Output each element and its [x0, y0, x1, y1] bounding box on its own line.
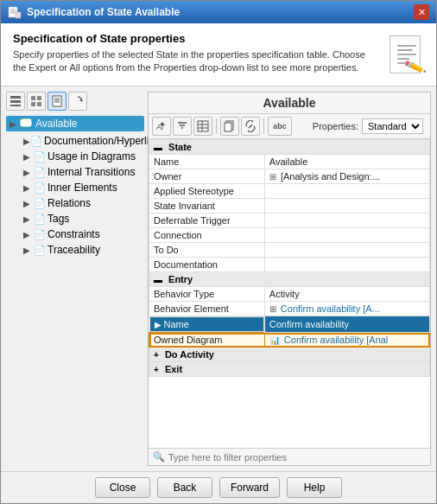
tree-item-available[interactable]: ▶ Available	[6, 116, 144, 131]
title-bar-left: Specification of State Available	[8, 5, 180, 19]
section-toggle[interactable]: +	[154, 350, 159, 360]
prop-value-cell[interactable]	[264, 184, 429, 199]
expand-icon: ▶	[23, 168, 34, 177]
prop-row-behavior-element[interactable]: Behavior Element ⊞ Confirm availability …	[149, 302, 430, 316]
tree-item-internal-transitions[interactable]: ▶ 📄 Internal Transitions	[20, 164, 144, 180]
section-toggle[interactable]: ▬	[154, 143, 162, 152]
rtb-view-btn[interactable]	[193, 117, 212, 136]
section-exit[interactable]: + Exit	[149, 362, 430, 377]
prop-value-cell[interactable]	[264, 243, 429, 258]
folder-icon: 📄	[34, 229, 46, 240]
section-toggle[interactable]: +	[154, 365, 159, 374]
help-button[interactable]: Help	[287, 477, 342, 498]
svg-rect-8	[31, 96, 35, 100]
toolbar-refresh-btn[interactable]	[68, 92, 87, 111]
expand-icon: ▶	[23, 152, 34, 162]
section-exit-label: Exit	[165, 364, 182, 374]
section-entry[interactable]: ▬ Entry	[149, 272, 430, 287]
state-node-icon	[20, 118, 32, 129]
prop-row-name[interactable]: Name Available	[149, 155, 430, 169]
properties-select[interactable]: Standard Expert All	[362, 118, 423, 134]
window-icon	[8, 5, 22, 19]
toolbar-page-btn[interactable]	[48, 92, 66, 111]
folder-icon: 📄	[34, 182, 46, 194]
svg-rect-10	[31, 102, 35, 106]
behavior-icon: ⊞	[269, 304, 276, 314]
prop-value-cell[interactable]	[264, 228, 429, 243]
rtb-link-btn[interactable]	[241, 117, 260, 136]
prop-name-cell: To Do	[149, 243, 265, 258]
tree-item-documentation[interactable]: ▶ 📄 Documentation/Hyperlinks	[20, 133, 144, 149]
prop-value-cell[interactable]: Activity	[264, 287, 429, 302]
prop-row-todo[interactable]: To Do	[149, 243, 430, 258]
toolbar-list-btn[interactable]	[6, 92, 25, 111]
prop-name-cell: Connection	[149, 228, 265, 243]
tree-item-usage[interactable]: ▶ 📄 Usage in Diagrams	[20, 149, 144, 164]
prop-value-cell[interactable]: Available	[264, 155, 429, 169]
forward-button[interactable]: Forward	[219, 477, 280, 498]
section-state[interactable]: ▬ State	[149, 140, 430, 155]
prop-row-documentation[interactable]: Documentation	[149, 258, 430, 272]
rtb-sort-alpha-btn[interactable]: A	[152, 117, 171, 136]
rtb-copy-btn[interactable]	[220, 117, 239, 136]
search-input[interactable]	[168, 452, 426, 463]
content-area: ▶ Available ▶ 📄 Documentation/Hyperlinks…	[1, 86, 436, 471]
folder-icon: 📄	[34, 151, 46, 163]
footer: Close Back Forward Help	[1, 471, 436, 503]
diagram-icon: 📊	[269, 335, 280, 345]
folder-icon: 📄	[34, 167, 46, 178]
doc-line	[397, 54, 416, 55]
prop-value-cell[interactable]	[264, 258, 429, 272]
owner-icon: ⊞	[269, 172, 276, 182]
tree-item-traceability[interactable]: ▶ 📄 Traceability	[20, 242, 144, 258]
prop-row-entry-name[interactable]: ▶ Name Confirm availability	[149, 316, 430, 333]
prop-name-cell: ▶ Name	[149, 316, 264, 332]
prop-value-cell[interactable]: ⊞ Confirm availability [A...	[264, 302, 429, 316]
svg-rect-29	[225, 123, 231, 131]
prop-row-deferrable[interactable]: Deferrable Trigger	[149, 214, 430, 228]
properties-label: Properties:	[313, 121, 358, 131]
tree-children: ▶ 📄 Documentation/Hyperlinks ▶ 📄 Usage i…	[6, 133, 144, 258]
header-text: Specification of State properties Specif…	[13, 32, 377, 75]
tree-item-inner-elements[interactable]: ▶ 📄 Inner Elements	[20, 180, 144, 195]
rtb-filter-btn[interactable]	[173, 117, 192, 136]
prop-row-owner[interactable]: Owner ⊞ [Analysis and Design:...	[149, 169, 430, 184]
svg-rect-6	[10, 100, 21, 103]
expand-icon: ▶	[23, 199, 34, 208]
expand-icon: ▶	[10, 119, 20, 129]
properties-table-container: ▬ State Name Available Owner ⊞	[149, 139, 430, 448]
close-window-button[interactable]: ✕	[414, 4, 429, 20]
prop-value-cell[interactable]	[264, 214, 429, 228]
folder-icon: 📄	[34, 214, 46, 225]
prop-row-behavior-type[interactable]: Behavior Type Activity	[149, 287, 430, 302]
section-state-label: State	[168, 142, 192, 152]
properties-row: Properties: Standard Expert All	[309, 117, 427, 136]
svg-rect-24	[198, 121, 208, 131]
search-icon: 🔍	[153, 451, 165, 463]
prop-row-stereotype[interactable]: Applied Stereotype	[149, 184, 430, 199]
toolbar-tree-btn[interactable]	[27, 92, 46, 111]
prop-value-cell[interactable]: 📊 Confirm availability [Anal	[264, 333, 429, 348]
tree-item-relations[interactable]: ▶ 📄 Relations	[20, 195, 144, 211]
right-toolbar: A	[149, 114, 430, 139]
rtb-text-btn[interactable]: abc	[268, 117, 292, 136]
section-do-activity[interactable]: + Do Activity	[149, 348, 430, 362]
svg-rect-7	[10, 105, 21, 106]
tree-item-label: Relations	[48, 197, 91, 209]
tree-item-constraints[interactable]: ▶ 📄 Constraints	[20, 226, 144, 242]
section-toggle[interactable]: ▬	[154, 275, 162, 284]
close-button[interactable]: Close	[95, 477, 150, 498]
prop-name-cell: Owned Diagram	[149, 333, 265, 348]
expand-icon: ▶	[23, 246, 34, 255]
main-window: Specification of State Available ✕ Speci…	[0, 0, 437, 504]
prop-row-owned-diagram[interactable]: Owned Diagram 📊 Confirm availability [An…	[149, 333, 430, 348]
prop-name-cell: Deferrable Trigger	[149, 214, 265, 228]
right-panel-title: Available	[155, 96, 423, 110]
tree-item-tags[interactable]: ▶ 📄 Tags	[20, 211, 144, 226]
prop-row-connection[interactable]: Connection	[149, 228, 430, 243]
prop-value-cell[interactable]: ⊞ [Analysis and Design:...	[264, 169, 429, 184]
back-button[interactable]: Back	[157, 477, 212, 498]
prop-value-cell[interactable]: Confirm availability	[264, 316, 429, 333]
prop-value-cell[interactable]	[264, 199, 429, 214]
prop-row-invariant[interactable]: State Invariant	[149, 199, 430, 214]
